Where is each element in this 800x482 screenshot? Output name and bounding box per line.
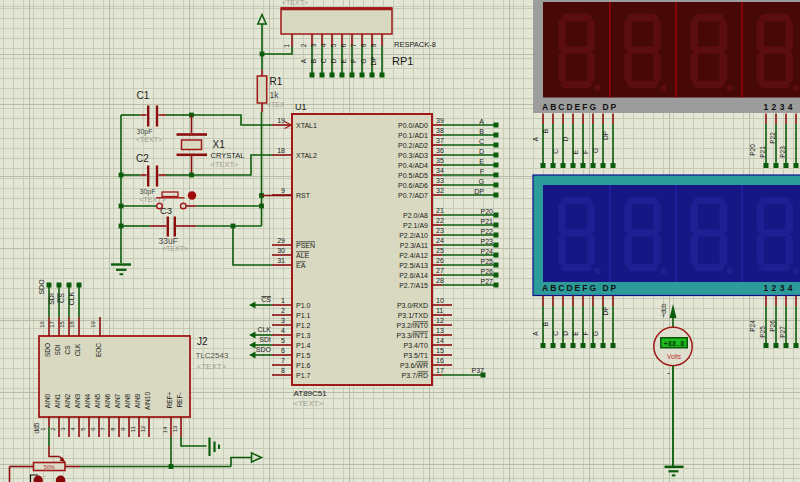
svg-text:P1.0: P1.0 xyxy=(296,302,311,309)
svg-text:AIN2: AIN2 xyxy=(64,393,71,408)
svg-text:A: A xyxy=(532,331,539,336)
svg-text:8: 8 xyxy=(281,367,285,374)
svg-text:P2.5/A13: P2.5/A13 xyxy=(399,262,428,269)
svg-text:6: 6 xyxy=(340,43,347,47)
svg-text:P0.2/AD2: P0.2/AD2 xyxy=(398,142,428,149)
svg-text:A: A xyxy=(532,136,539,141)
svg-text:P25: P25 xyxy=(481,258,494,265)
svg-text:CS: CS xyxy=(64,345,71,355)
svg-text:CS: CS xyxy=(261,296,271,303)
svg-text:P1.1: P1.1 xyxy=(296,312,311,319)
svg-text:P1.3: P1.3 xyxy=(296,332,311,339)
svg-text:P23: P23 xyxy=(779,146,786,158)
svg-text:J2: J2 xyxy=(197,336,208,347)
svg-text:CLK: CLK xyxy=(68,291,75,305)
svg-text:P23: P23 xyxy=(481,238,494,245)
svg-text:F: F xyxy=(582,150,589,154)
svg-text:1: 1 xyxy=(283,44,290,48)
svg-text:AIN4: AIN4 xyxy=(84,393,91,408)
svg-text:P3.3/INT1: P3.3/INT1 xyxy=(396,332,428,339)
svg-text:<TEXT>: <TEXT> xyxy=(162,245,188,252)
svg-text:G: G xyxy=(592,148,599,153)
svg-text:P0.0/AD0: P0.0/AD0 xyxy=(398,122,428,129)
svg-text:X1: X1 xyxy=(213,139,226,150)
svg-text:18: 18 xyxy=(69,321,75,328)
svg-text:A: A xyxy=(479,118,484,125)
svg-text:P3.6/WR: P3.6/WR xyxy=(400,362,428,369)
svg-text:33: 33 xyxy=(436,177,444,184)
svg-text:24: 24 xyxy=(436,237,444,244)
svg-text:7: 7 xyxy=(281,357,285,364)
svg-text:B: B xyxy=(310,59,317,63)
svg-text:P0.4/AD4: P0.4/AD4 xyxy=(398,162,428,169)
svg-text:19: 19 xyxy=(277,117,285,124)
svg-text:P2.4/A12: P2.4/A12 xyxy=(399,252,428,259)
svg-text:28: 28 xyxy=(436,277,444,284)
svg-text:D: D xyxy=(479,148,484,155)
svg-text:32: 32 xyxy=(436,187,444,194)
svg-text:13: 13 xyxy=(172,425,178,432)
svg-text:2: 2 xyxy=(300,43,307,47)
svg-text:9: 9 xyxy=(281,187,285,194)
svg-text:1: 1 xyxy=(40,427,46,431)
svg-text:CRYSTAL: CRYSTAL xyxy=(211,151,245,160)
svg-text:AIN8: AIN8 xyxy=(124,393,131,408)
svg-text:F: F xyxy=(582,331,589,335)
svg-text:9: 9 xyxy=(120,427,126,431)
svg-text:<TEXT>: <TEXT> xyxy=(211,160,240,169)
svg-text:P22: P22 xyxy=(481,228,494,235)
svg-text:1: 1 xyxy=(281,297,285,304)
svg-text:+dcb: +dcb xyxy=(660,303,667,318)
svg-text:B: B xyxy=(542,322,549,326)
svg-text:11: 11 xyxy=(436,307,443,314)
svg-text:30: 30 xyxy=(277,247,285,254)
svg-text:P25: P25 xyxy=(759,326,766,338)
svg-text:P1.4: P1.4 xyxy=(296,342,311,349)
svg-text:21: 21 xyxy=(436,207,444,214)
svg-text:P3.2/INT0: P3.2/INT0 xyxy=(396,322,428,329)
svg-text:P0.1/AD1: P0.1/AD1 xyxy=(398,132,428,139)
svg-text:14: 14 xyxy=(436,337,444,344)
svg-text:-: - xyxy=(667,368,670,378)
svg-text:C: C xyxy=(320,58,327,63)
svg-text:35: 35 xyxy=(436,157,444,164)
svg-text:<TEXT>: <TEXT> xyxy=(282,0,308,6)
svg-text:3: 3 xyxy=(60,427,66,431)
svg-text:P27: P27 xyxy=(481,278,494,285)
svg-text:7: 7 xyxy=(100,427,106,431)
svg-text:AIN1: AIN1 xyxy=(54,393,61,408)
svg-text:5: 5 xyxy=(330,43,337,47)
svg-text:26: 26 xyxy=(436,257,444,264)
svg-text:36: 36 xyxy=(436,147,444,154)
svg-text:B: B xyxy=(542,129,549,133)
svg-text:25: 25 xyxy=(436,247,444,254)
svg-text:RP1: RP1 xyxy=(392,55,413,67)
svg-text:14: 14 xyxy=(162,426,168,433)
svg-text:P37: P37 xyxy=(472,367,485,374)
svg-text:34: 34 xyxy=(436,167,444,174)
svg-text:P24: P24 xyxy=(481,248,494,255)
svg-text:15: 15 xyxy=(59,321,65,328)
svg-text:P20: P20 xyxy=(481,208,494,215)
svg-text:16: 16 xyxy=(39,321,45,328)
svg-text:ALE: ALE xyxy=(296,252,310,259)
svg-text:Volts: Volts xyxy=(667,353,682,360)
svg-text:E: E xyxy=(340,58,347,63)
svg-text:31: 31 xyxy=(277,257,285,264)
svg-text:39: 39 xyxy=(436,117,444,124)
svg-text:9: 9 xyxy=(370,43,377,47)
svg-text:F: F xyxy=(350,59,357,63)
svg-text:30pF: 30pF xyxy=(140,188,156,196)
svg-text:dd5: dd5 xyxy=(33,422,40,433)
svg-text:AIN10: AIN10 xyxy=(144,392,151,410)
svg-text:23: 23 xyxy=(436,227,444,234)
svg-text:··: ·· xyxy=(42,473,46,479)
svg-text:13: 13 xyxy=(436,327,444,334)
svg-text:C: C xyxy=(479,138,484,145)
svg-text:17: 17 xyxy=(49,321,55,328)
svg-text:2: 2 xyxy=(50,427,56,431)
svg-text:C1: C1 xyxy=(137,90,150,101)
svg-text:AIN0: AIN0 xyxy=(44,393,51,408)
svg-text:29: 29 xyxy=(277,237,285,244)
svg-text:1 2 3 4: 1 2 3 4 xyxy=(764,283,794,293)
